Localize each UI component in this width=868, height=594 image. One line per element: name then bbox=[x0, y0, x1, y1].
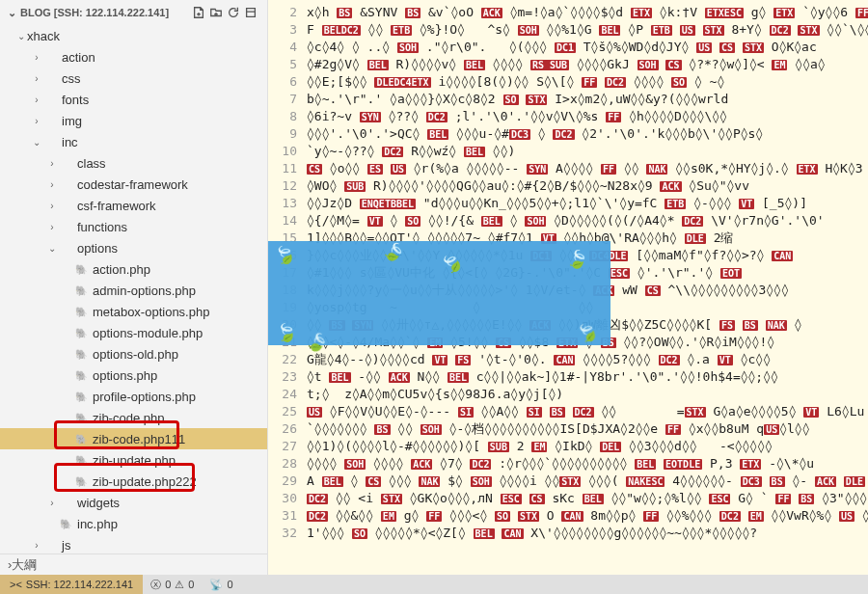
php-file-icon: 🐘 bbox=[73, 431, 89, 446]
folder-icon bbox=[58, 198, 73, 213]
tree-item-css[interactable]: ›css bbox=[0, 68, 267, 89]
item-label: action bbox=[62, 50, 95, 65]
tree-item-zib-code-php[interactable]: 🐘zib-code.php bbox=[0, 407, 267, 428]
outline-label: 大綱 bbox=[12, 556, 37, 574]
selection-highlight: 🍃 🍃 🍃 🍃 🍃 🍃 🍃 bbox=[268, 241, 610, 345]
php-file-icon: 🐘 bbox=[73, 452, 89, 468]
tree-item-js[interactable]: ›js bbox=[0, 534, 267, 554]
chevron-down-icon: ⌄ bbox=[15, 31, 27, 41]
chevron-right-icon: › bbox=[31, 116, 42, 126]
line-number: 6 bbox=[268, 73, 297, 91]
tree-item-admin-options-php[interactable]: 🐘admin-options.php bbox=[0, 280, 267, 301]
item-label: widgets bbox=[77, 496, 120, 510]
item-label: zib-update.php222 bbox=[93, 474, 197, 489]
chevron-right-icon: › bbox=[31, 73, 42, 84]
line-number: 31 bbox=[268, 507, 297, 525]
error-icon: ⓧ bbox=[150, 578, 161, 592]
code-line: ◊c◊4◊ ◊ ..◊ SOH ."◊r\0". ◊(◊◊◊ DC1 T◊š◊%… bbox=[307, 39, 868, 56]
code-line: ◊◊◊'.'\0'.'>QC◊ BEL ◊◊◊u-◊#DC3 ◊ DC2 ◊2'… bbox=[307, 125, 868, 143]
php-file-icon: 🐘 bbox=[73, 367, 89, 383]
tree-item-img[interactable]: ›img bbox=[0, 110, 267, 131]
tree-item-class[interactable]: ›class bbox=[0, 152, 267, 174]
leaf-icon: 🍃 bbox=[565, 247, 589, 271]
tree-item-codestar-framework[interactable]: ›codestar-framework bbox=[0, 174, 267, 195]
item-label: fonts bbox=[62, 93, 89, 107]
line-number: 7 bbox=[268, 91, 297, 108]
new-file-icon[interactable] bbox=[190, 4, 207, 21]
chevron-right-icon: › bbox=[46, 498, 58, 508]
code-line: ◊◊Jz◊D ENQETBBEL "d◊◊◊u◊◊Kn_◊◊◊5◊◊+◊;l1◊… bbox=[307, 195, 868, 212]
item-label: zib-code.php111 bbox=[93, 432, 185, 446]
tree-item-widgets[interactable]: ›widgets bbox=[0, 492, 267, 513]
line-number: 2 bbox=[268, 4, 297, 21]
line-number: 28 bbox=[268, 455, 297, 472]
line-number: 4 bbox=[268, 39, 297, 56]
tree-item-zib-update-php222[interactable]: 🐘zib-update.php222 bbox=[0, 471, 267, 492]
tree-item-functions[interactable]: ›functions bbox=[0, 216, 267, 237]
item-label: inc.php bbox=[77, 517, 118, 531]
tree-item-fonts[interactable]: ›fonts bbox=[0, 89, 267, 110]
problems-status[interactable]: ⓧ0 ⚠0 bbox=[143, 578, 202, 592]
ports-status[interactable]: 📡0 bbox=[202, 579, 240, 591]
tree-item-action-php[interactable]: 🐘action.php bbox=[0, 258, 267, 280]
tree-item-options-module-php[interactable]: 🐘options-module.php bbox=[0, 322, 267, 343]
item-label: functions bbox=[77, 220, 127, 234]
line-number: 25 bbox=[268, 403, 297, 420]
php-file-icon: 🐘 bbox=[73, 346, 89, 362]
code-editor[interactable]: 2345678910111213141516171819202122232425… bbox=[268, 0, 868, 575]
php-file-icon: 🐘 bbox=[73, 473, 89, 489]
ports-count: 0 bbox=[227, 579, 232, 590]
tree-root[interactable]: ⌄ xhack bbox=[0, 25, 267, 46]
folder-icon bbox=[42, 537, 58, 553]
folder-label: xhack bbox=[27, 29, 60, 43]
tree-item-csf-framework[interactable]: ›csf-framework bbox=[0, 195, 267, 216]
tree-item-action[interactable]: ›action bbox=[0, 46, 267, 68]
refresh-icon[interactable] bbox=[225, 4, 242, 21]
chevron-right-icon: › bbox=[46, 158, 58, 169]
line-number: 27 bbox=[268, 438, 297, 455]
folder-icon bbox=[42, 113, 58, 128]
item-label: metabox-options.php bbox=[93, 305, 209, 319]
tree-item-zib-code-php111[interactable]: 🐘zib-code.php111 bbox=[0, 428, 267, 449]
outline-section[interactable]: › 大綱 bbox=[0, 554, 267, 575]
folder-icon bbox=[58, 155, 73, 171]
line-number: 9 bbox=[268, 125, 297, 143]
ssh-label: SSH: 122.114.222.141 bbox=[26, 579, 133, 590]
folder-icon bbox=[42, 49, 58, 65]
error-count: 0 bbox=[165, 579, 171, 590]
ssh-status[interactable]: >< SSH: 122.114.222.141 bbox=[0, 575, 143, 594]
line-number: 32 bbox=[268, 525, 297, 542]
code-line: CS ◊o◊◊ ES US ◊r(%◊a ◊◊◊◊◊-- SYN A◊◊◊◊ F… bbox=[307, 160, 868, 177]
folder-icon bbox=[58, 240, 73, 256]
folder-icon bbox=[42, 70, 58, 86]
collapse-icon[interactable] bbox=[242, 4, 259, 21]
warning-count: 0 bbox=[188, 579, 194, 590]
tree-item-options[interactable]: ⌄options bbox=[0, 237, 267, 258]
code-line: ◊◊1)◊(◊◊◊◊l◊-#◊◊◊◊◊◊)◊[ SUB 2 EM ◊IkD◊ D… bbox=[307, 438, 868, 455]
chevron-down-icon: ⌄ bbox=[46, 243, 58, 254]
line-number: 23 bbox=[268, 368, 297, 386]
tree-item-zib-update-php[interactable]: 🐘zib-update.php bbox=[0, 449, 267, 471]
tree-item-metabox-options-php[interactable]: 🐘metabox-options.php bbox=[0, 301, 267, 322]
line-number: 26 bbox=[268, 420, 297, 438]
php-file-icon: 🐘 bbox=[73, 389, 89, 404]
item-label: zib-code.php bbox=[93, 411, 164, 425]
tree-item-options-old-php[interactable]: 🐘options-old.php bbox=[0, 343, 267, 364]
code-line: ◊6i?~v SYN ◊??◊ DC2 ;l'.'\0'.'◊◊v◊V\◊%s … bbox=[307, 108, 868, 125]
code-line: `y◊~-◊??◊ DC2 R◊◊wź◊ BEL ◊◊) bbox=[307, 143, 868, 160]
tree-item-profile-options-php[interactable]: 🐘profile-options.php bbox=[0, 386, 267, 407]
item-label: zib-update.php bbox=[93, 453, 176, 468]
chevron-down-icon[interactable]: ⌄ bbox=[8, 7, 16, 19]
tree-item-inc[interactable]: ⌄inc bbox=[0, 131, 267, 152]
tree-item-options-php[interactable]: 🐘options.php bbox=[0, 364, 267, 386]
folder-icon bbox=[42, 134, 58, 149]
code-line: DC2 ◊◊&◊◊ EM g◊ FF ◊◊◊<◊ SO STX O CAN 8m… bbox=[307, 507, 868, 525]
code-line: ◊◊◊◊ SOH ◊◊◊◊ ACK ◊7◊ DC2 :◊r◊◊◊`◊◊◊◊◊◊◊… bbox=[307, 455, 868, 472]
tree-item-inc-php[interactable]: 🐘inc.php bbox=[0, 513, 267, 534]
chevron-right-icon: › bbox=[46, 179, 58, 190]
code-line: t;◊ z◊A◊◊m◊CU5v◊{s◊◊98J6.a◊y◊j[◊) bbox=[307, 386, 868, 403]
new-folder-icon[interactable] bbox=[207, 4, 225, 21]
explorer-header: ⌄ BLOG [SSH: 122.114.222.141] bbox=[0, 0, 267, 25]
code-line: US ◊F◊◊V◊U◊◊E◊-◊--- SI ◊◊A◊◊ SI BS DC2 ◊… bbox=[307, 403, 868, 420]
workspace-title: BLOG [SSH: 122.114.222.141] bbox=[20, 7, 190, 18]
